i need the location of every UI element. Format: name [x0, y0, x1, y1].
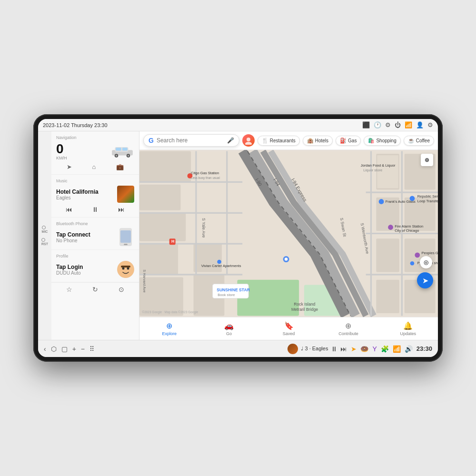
saved-tab[interactable]: 🔖 Saved: [259, 320, 318, 337]
minus-button[interactable]: −: [81, 345, 85, 353]
svg-point-70: [388, 225, 393, 230]
shopping-chip[interactable]: 🛍️ Shopping: [364, 136, 400, 146]
music-title: Hotel California: [56, 188, 113, 195]
settings-icon[interactable]: ⊙: [119, 286, 124, 293]
speed-value: 0: [56, 142, 64, 156]
svg-text:Jordan Food & Liquor: Jordan Food & Liquor: [361, 163, 396, 168]
home-button[interactable]: ⬡: [51, 345, 57, 353]
nav-section: 0 KM/H: [56, 142, 134, 160]
restaurants-icon: 🍴: [262, 138, 268, 144]
svg-text:Rock Island: Rock Island: [294, 302, 315, 307]
bt-info-row: Tap Connect No Phone: [56, 228, 134, 246]
svg-text:SUNSHINE STAR: SUNSHINE STAR: [217, 288, 250, 292]
taskbar-left: ‹ ⬡ ▢ + − ⠿: [44, 345, 284, 353]
refresh-icon[interactable]: ↻: [92, 286, 98, 293]
svg-point-15: [247, 138, 250, 141]
svg-text:Peoples Gas South Shop: Peoples Gas South Shop: [421, 251, 438, 255]
contribute-label: Contribute: [338, 331, 358, 336]
compass-button[interactable]: ◎: [420, 256, 432, 268]
back-button[interactable]: ‹: [44, 345, 46, 353]
updates-icon: 🔔: [403, 321, 413, 330]
home-icon[interactable]: ⌂: [92, 163, 96, 170]
go-tab[interactable]: 🚗 Go: [199, 320, 258, 337]
user-circle-icon: 👤: [416, 121, 424, 129]
main-content: MIC RST Navigation 0 KM/H: [38, 131, 438, 340]
search-box[interactable]: G Search here 🎤: [143, 134, 239, 147]
location-icon[interactable]: ➤: [351, 345, 357, 353]
coffee-icon: ☕: [408, 138, 415, 144]
svg-rect-20: [139, 213, 186, 241]
datetime-display: 2023-11-02 Thursday 23:30: [43, 122, 108, 128]
coffee-chip[interactable]: ☕ Coffee: [404, 136, 434, 146]
music-info: Hotel California Eagles: [56, 188, 113, 200]
rst-button[interactable]: RST: [41, 238, 48, 246]
layers-button[interactable]: ⊕: [421, 154, 433, 166]
map-background[interactable]: I-90 I-94 I-94 Express S Yale Ave S Went…: [139, 150, 438, 317]
svg-text:City of Chicago: City of Chicago: [395, 228, 419, 233]
status-icons: ⬛ 🕐 ⚙ ⏻ 📶 👤 ⚙: [362, 121, 433, 129]
nav-controls: ➤ ⌂ 💼: [56, 163, 134, 170]
pause-button[interactable]: ⏸: [92, 206, 99, 213]
profile-info: Tap Login DUDU Auto: [56, 264, 113, 276]
side-buttons: MIC RST: [38, 131, 51, 340]
navigation-label: Navigation: [56, 135, 134, 140]
hotels-chip[interactable]: 🏨 Hotels: [303, 136, 333, 146]
profile-avatar: [117, 261, 134, 278]
next-button[interactable]: ⏭: [118, 206, 125, 213]
prev-button[interactable]: ⏮: [66, 206, 72, 213]
bt-status: No Phone: [56, 238, 113, 243]
gas-chip[interactable]: ⛽ Gas: [336, 136, 361, 146]
album-art: [117, 186, 134, 203]
wifi-taskbar-icon[interactable]: 📶: [393, 345, 401, 353]
recents-button[interactable]: ▢: [61, 345, 68, 353]
bluetooth-section: Bluetooth Phone Tap Connect No Phone: [51, 218, 139, 250]
taskbar-next-button[interactable]: ⏭: [340, 345, 347, 353]
svg-text:Metraril Bridge: Metraril Bridge: [291, 307, 318, 312]
coffee-label: Coffee: [416, 138, 430, 143]
svg-text:S Yale Ave: S Yale Ave: [201, 218, 206, 238]
saved-icon: 🔖: [284, 321, 294, 330]
explore-label: Explore: [162, 331, 177, 336]
svg-rect-18: [139, 151, 191, 182]
track-label: ♩ 3 · Eagles: [301, 346, 328, 352]
taskbar-pause-button[interactable]: ⏸: [331, 345, 337, 353]
volume-icon[interactable]: 🔊: [405, 345, 413, 353]
svg-rect-14: [121, 266, 130, 268]
search-input[interactable]: Search here: [157, 137, 224, 144]
navigate-icon[interactable]: ➤: [67, 163, 72, 170]
bt-info: Tap Connect No Phone: [56, 231, 113, 243]
star-icon[interactable]: ☆: [66, 286, 72, 293]
go-label: Go: [226, 331, 232, 336]
explore-tab[interactable]: ⊕ Explore: [139, 320, 199, 337]
add-button[interactable]: +: [72, 345, 76, 353]
apps-button[interactable]: ⠿: [89, 345, 94, 353]
user-avatar[interactable]: [242, 134, 255, 147]
svg-rect-10: [124, 244, 128, 245]
donut-icon[interactable]: 🍩: [360, 345, 368, 353]
svg-rect-43: [405, 238, 436, 272]
svg-point-65: [410, 196, 415, 201]
google-logo: G: [149, 137, 154, 144]
svg-point-5: [116, 155, 118, 157]
yahoo-icon[interactable]: Y: [372, 345, 377, 353]
restaurants-chip[interactable]: 🍴 Restaurants: [258, 136, 300, 146]
mic-button[interactable]: MIC: [42, 226, 48, 233]
display-icon: ⬛: [362, 121, 370, 129]
explore-icon: ⊕: [166, 321, 172, 330]
music-info-row: Hotel California Eagles: [56, 186, 134, 203]
svg-rect-2: [116, 148, 121, 150]
svg-rect-42: [376, 238, 399, 272]
svg-point-63: [379, 199, 384, 204]
app-icon[interactable]: 🧩: [381, 345, 389, 353]
voice-search-icon[interactable]: 🎤: [227, 137, 234, 144]
work-icon[interactable]: 💼: [116, 163, 124, 170]
svg-text:Republic Services: Republic Services: [417, 194, 438, 198]
filter-chips: 🍴 Restaurants 🏨 Hotels ⛽ Gas 🛍️: [258, 136, 434, 146]
music-controls: ⏮ ⏸ ⏭: [56, 206, 134, 213]
wifi-icon: 📶: [405, 121, 412, 129]
contribute-tab[interactable]: ⊕ Contribute: [318, 320, 378, 337]
navigate-fab[interactable]: ➤: [417, 272, 433, 288]
device-frame: 2023-11-02 Thursday 23:30 ⬛ 🕐 ⚙ ⏻ 📶 👤 ⚙ …: [33, 114, 443, 362]
updates-tab[interactable]: 🔔 Updates: [378, 320, 438, 337]
map-search-bar: G Search here 🎤 🍴 Restaurants: [139, 131, 438, 150]
